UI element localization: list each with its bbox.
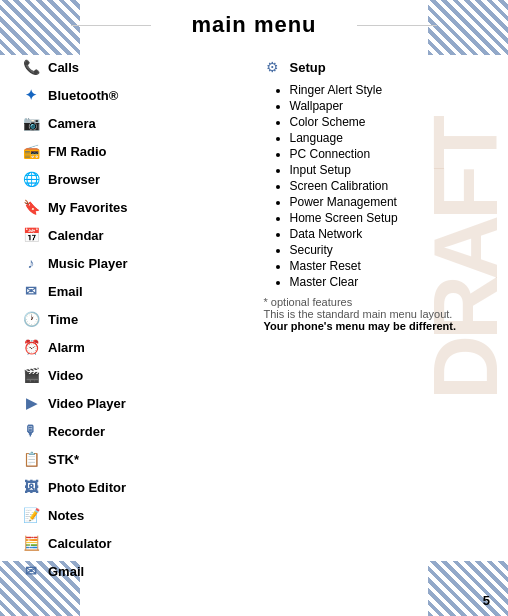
list-item: Data Network (290, 226, 489, 242)
menu-different-note: Your phone's menu may be different. (264, 320, 489, 332)
video-player-label: Video Player (48, 396, 126, 411)
menu-item-recorder: 🎙 Recorder (20, 417, 247, 445)
calculator-label: Calculator (48, 536, 112, 551)
menu-item-my-favorites: 🔖 My Favorites (20, 193, 247, 221)
menu-item-photo-editor: 🖼 Photo Editor (20, 473, 247, 501)
notes-label: Notes (48, 508, 84, 523)
page-number: 5 (483, 593, 490, 608)
camera-label: Camera (48, 116, 96, 131)
optional-note: * optional features (264, 296, 489, 308)
fm-radio-icon: 📻 (20, 140, 42, 162)
menu-item-bluetooth: ✦ Bluetooth® (20, 81, 247, 109)
left-column: 📞 Calls ✦ Bluetooth® 📷 Camera 📻 FM Radio… (20, 53, 257, 585)
music-player-label: Music Player (48, 256, 128, 271)
menu-item-email: ✉ Email (20, 277, 247, 305)
list-item: Power Management (290, 194, 489, 210)
alarm-icon: ⏰ (20, 336, 42, 358)
setup-icon: ⚙ (262, 56, 284, 78)
notes-icon: 📝 (20, 504, 42, 526)
title-line-right (357, 25, 437, 26)
fm-radio-label: FM Radio (48, 144, 107, 159)
camera-icon: 📷 (20, 112, 42, 134)
title-line-left (71, 25, 151, 26)
calls-label: Calls (48, 60, 79, 75)
menu-item-notes: 📝 Notes (20, 501, 247, 529)
list-item: Input Setup (290, 162, 489, 178)
calendar-icon: 📅 (20, 224, 42, 246)
notes-section: * optional features This is the standard… (262, 296, 489, 332)
calls-icon: 📞 (20, 56, 42, 78)
main-content: 📞 Calls ✦ Bluetooth® 📷 Camera 📻 FM Radio… (0, 48, 508, 595)
list-item: Language (290, 130, 489, 146)
video-icon: 🎬 (20, 364, 42, 386)
list-item: Ringer Alert Style (290, 82, 489, 98)
menu-item-music-player: ♪ Music Player (20, 249, 247, 277)
list-item: Screen Calibration (290, 178, 489, 194)
bluetooth-label: Bluetooth® (48, 88, 118, 103)
page-title: main menu (191, 12, 316, 38)
standard-note: This is the standard main menu layout. (264, 308, 489, 320)
calculator-icon: 🧮 (20, 532, 42, 554)
music-player-icon: ♪ (20, 252, 42, 274)
stk-label: STK* (48, 452, 79, 467)
menu-item-video: 🎬 Video (20, 361, 247, 389)
list-item: Color Scheme (290, 114, 489, 130)
calendar-label: Calendar (48, 228, 104, 243)
email-icon: ✉ (20, 280, 42, 302)
video-player-icon: ▶ (20, 392, 42, 414)
menu-item-time: 🕐 Time (20, 305, 247, 333)
menu-item-video-player: ▶ Video Player (20, 389, 247, 417)
recorder-icon: 🎙 (20, 420, 42, 442)
list-item: Master Reset (290, 258, 489, 274)
list-item: Home Screen Setup (290, 210, 489, 226)
menu-item-browser: 🌐 Browser (20, 165, 247, 193)
list-item: Security (290, 242, 489, 258)
list-item: Wallpaper (290, 98, 489, 114)
my-favorites-icon: 🔖 (20, 196, 42, 218)
setup-list: Ringer Alert Style Wallpaper Color Schem… (262, 82, 489, 290)
gmail-icon: ✉ (20, 560, 42, 582)
setup-header: ⚙ Setup (262, 53, 489, 80)
photo-editor-label: Photo Editor (48, 480, 126, 495)
gmail-label: Gmail (48, 564, 84, 579)
menu-item-calendar: 📅 Calendar (20, 221, 247, 249)
menu-item-camera: 📷 Camera (20, 109, 247, 137)
my-favorites-label: My Favorites (48, 200, 127, 215)
list-item: PC Connection (290, 146, 489, 162)
browser-label: Browser (48, 172, 100, 187)
menu-item-stk: 📋 STK* (20, 445, 247, 473)
recorder-label: Recorder (48, 424, 105, 439)
setup-label: Setup (290, 60, 326, 75)
menu-item-alarm: ⏰ Alarm (20, 333, 247, 361)
time-label: Time (48, 312, 78, 327)
title-bar: main menu (0, 0, 508, 48)
list-item: Master Clear (290, 274, 489, 290)
photo-editor-icon: 🖼 (20, 476, 42, 498)
menu-item-calculator: 🧮 Calculator (20, 529, 247, 557)
menu-item-calls: 📞 Calls (20, 53, 247, 81)
email-label: Email (48, 284, 83, 299)
alarm-label: Alarm (48, 340, 85, 355)
menu-item-gmail: ✉ Gmail (20, 557, 247, 585)
browser-icon: 🌐 (20, 168, 42, 190)
right-column: ⚙ Setup Ringer Alert Style Wallpaper Col… (257, 53, 489, 585)
bluetooth-icon: ✦ (20, 84, 42, 106)
menu-item-fm-radio: 📻 FM Radio (20, 137, 247, 165)
time-icon: 🕐 (20, 308, 42, 330)
stk-icon: 📋 (20, 448, 42, 470)
video-label: Video (48, 368, 83, 383)
